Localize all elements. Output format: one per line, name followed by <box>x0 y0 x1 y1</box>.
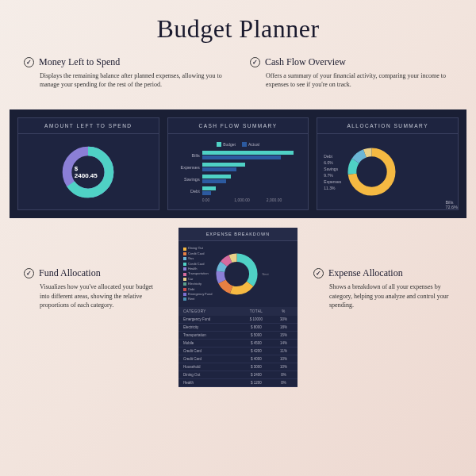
table-row: Emergency Fund$ 1000030% <box>178 316 298 324</box>
amount-left-donut: $ 2400.45 <box>60 144 116 200</box>
panel-header: CASH FLOW SUMMARY <box>168 118 309 134</box>
legend-budget: Budget <box>223 142 236 147</box>
feature-money-left: Money Left to Spend Displays the remaini… <box>24 56 226 89</box>
breakdown-legend: Dining Out Credit Card Gas Credit Card H… <box>183 246 212 301</box>
feature-desc: Visualizes how you've allocated your bud… <box>24 282 163 309</box>
amount-left-value: $ 2400.45 <box>75 165 102 179</box>
check-icon <box>24 57 34 67</box>
panel-cashflow: CASH FLOW SUMMARY Budget Actual Bills Ex… <box>167 117 309 210</box>
breakdown-donut <box>215 252 259 296</box>
col-total: TOTAL <box>238 309 274 313</box>
table-row: Dining Out$ 24008% <box>178 371 298 379</box>
feature-desc: Offers a summary of your financial activ… <box>250 71 452 89</box>
table-row: Credit Card$ 400010% <box>178 355 298 363</box>
check-icon <box>313 268 324 278</box>
feature-title: Cash Flow Overview <box>265 56 346 68</box>
feature-title: Expense Allocation <box>328 267 403 279</box>
axis-tick: 1,000.00 <box>234 198 267 202</box>
feature-expense-allocation: Expense Allocation Shows a breakdown of … <box>313 228 452 309</box>
table-row: Electricity$ 800018% <box>178 324 298 332</box>
cashflow-chart: Budget Actual Bills Expenses Savings Deb… <box>175 140 302 204</box>
feature-desc: Shows a breakdown of all your expenses b… <box>313 282 452 309</box>
axis-tick: 0.00 <box>202 198 235 202</box>
feature-title: Fund Allocation <box>39 267 101 279</box>
table-row: Health$ 12008% <box>178 379 298 387</box>
next-link[interactable]: Next <box>262 272 268 276</box>
bar-label: Expenses <box>178 165 200 170</box>
bar-label: Savings <box>178 177 200 182</box>
panel-allocation: ALLOCATION SUMMARY Debt6.0% Savings9.7% … <box>317 117 459 210</box>
table-row: Mobile$ 450014% <box>178 340 298 347</box>
table-row: Transportation$ 500015% <box>178 332 298 340</box>
col-pct: % <box>274 309 293 313</box>
dashboard-row: AMOUNT LEFT TO SPEND $ 2400.45 CASH FLOW… <box>10 109 466 218</box>
legend-actual: Actual <box>248 142 259 147</box>
feature-fund-allocation: Fund Allocation Visualizes how you've al… <box>24 228 163 309</box>
breakdown-table: CATEGORY TOTAL % Emergency Fund$ 1000030… <box>178 307 298 387</box>
page-title: Budget Planner <box>0 0 476 50</box>
check-icon <box>24 268 34 278</box>
axis-tick: 2,000.00 <box>267 198 299 202</box>
bar-label: Debt <box>178 189 200 194</box>
table-row: Household$ 300010% <box>178 363 298 371</box>
bar-label: Bills <box>178 153 200 158</box>
panel-amount-left: AMOUNT LEFT TO SPEND $ 2400.45 <box>17 117 159 210</box>
feature-title: Money Left to Spend <box>39 56 120 68</box>
panel-header: ALLOCATION SUMMARY <box>317 118 458 134</box>
allocation-labels: Debt6.0% Savings9.7% Expenses11.3% <box>324 153 341 191</box>
panel-header: AMOUNT LEFT TO SPEND <box>18 118 159 134</box>
feature-desc: Displays the remaining balance after pla… <box>24 71 226 89</box>
feature-cashflow: Cash Flow Overview Offers a summary of y… <box>250 56 452 89</box>
check-icon <box>250 57 260 67</box>
col-category: CATEGORY <box>183 309 238 313</box>
breakdown-header: EXPENSE BREAKDOWN <box>178 228 298 241</box>
allocation-donut <box>346 146 397 198</box>
table-row: Credit Card$ 420011% <box>178 347 298 355</box>
expense-breakdown-card: EXPENSE BREAKDOWN Dining Out Credit Card… <box>178 228 298 386</box>
allocation-bills-label: Bills 72.6% <box>445 200 458 209</box>
